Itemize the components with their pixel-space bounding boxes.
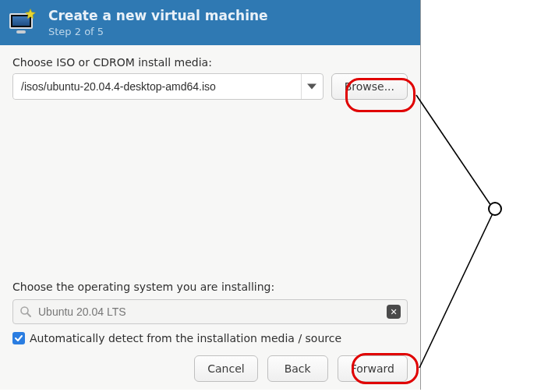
vm-monitor-icon: [8, 10, 39, 35]
os-label: Choose the operating system you are inst…: [12, 281, 408, 293]
svg-line-2: [27, 313, 30, 316]
iso-path-input[interactable]: [13, 74, 301, 99]
button-bar: Cancel Back Forward: [12, 355, 408, 382]
iso-path-combo[interactable]: [12, 73, 324, 100]
os-search-input[interactable]: [37, 305, 387, 319]
svg-marker-0: [26, 9, 36, 19]
chevron-down-icon: [307, 82, 316, 91]
iso-dropdown-arrow[interactable]: [301, 74, 323, 99]
svg-line-4: [419, 214, 493, 368]
svg-line-3: [416, 95, 491, 206]
cancel-button[interactable]: Cancel: [194, 355, 257, 382]
os-search-field[interactable]: ✕: [12, 299, 408, 324]
back-button[interactable]: Back: [267, 355, 328, 382]
annotation-node: [488, 202, 502, 216]
clear-search-button[interactable]: ✕: [387, 305, 401, 319]
search-icon: [19, 305, 32, 318]
dialog-header: Create a new virtual machine Step 2 of 5: [0, 0, 420, 45]
checkmark-icon: [14, 334, 23, 343]
dialog-step: Step 2 of 5: [48, 26, 268, 37]
create-vm-dialog: Create a new virtual machine Step 2 of 5…: [0, 0, 421, 390]
browse-button[interactable]: Browse...: [331, 73, 408, 100]
forward-button[interactable]: Forward: [338, 355, 408, 382]
close-icon: ✕: [390, 308, 397, 316]
autodetect-label: Automatically detect from the installati…: [30, 332, 341, 344]
media-label: Choose ISO or CDROM install media:: [12, 56, 408, 69]
dialog-title: Create a new virtual machine: [48, 8, 268, 24]
autodetect-checkbox[interactable]: [12, 332, 25, 344]
